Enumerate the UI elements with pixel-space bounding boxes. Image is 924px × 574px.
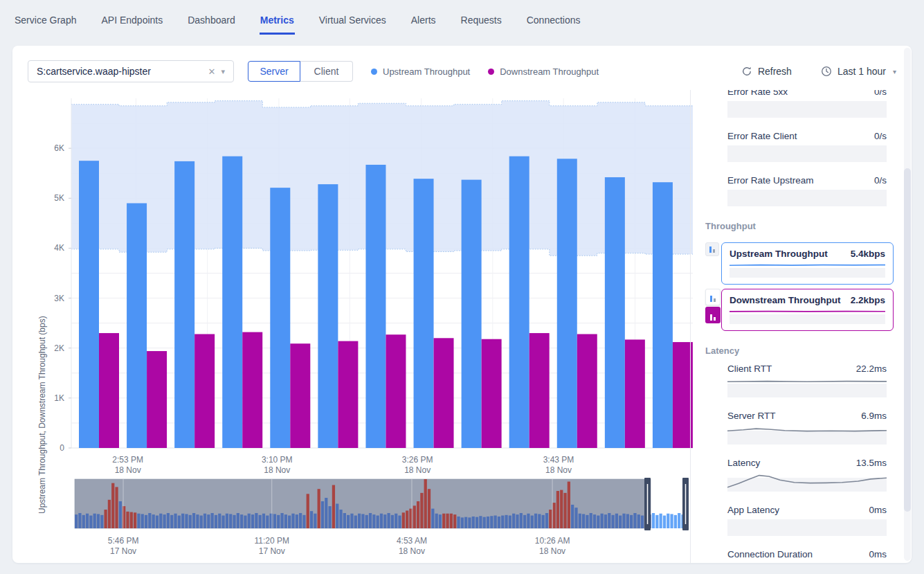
upstream-bar[interactable] — [127, 204, 147, 449]
metric-value: 0/s — [874, 175, 887, 186]
brush-handle-left[interactable] — [644, 478, 651, 530]
legend-dot-icon — [371, 69, 377, 75]
svg-text:17 Nov: 17 Nov — [110, 546, 136, 556]
card-value: 5.4kbps — [851, 249, 885, 259]
metric-row-header: Client RTT 22.2ms — [727, 364, 887, 374]
bar-chart-type-icon[interactable] — [705, 307, 721, 323]
upstream-bar[interactable] — [605, 177, 625, 448]
throughput-card-row: Downstream Throughput 2.2kbps — [705, 289, 894, 331]
bar-chart-type-icon[interactable] — [705, 242, 719, 256]
svg-text:18 Nov: 18 Nov — [115, 465, 141, 475]
metric-row-error-rate-client[interactable]: Error Rate Client 0/s — [727, 131, 887, 162]
metric-sparkline — [727, 145, 887, 162]
service-select-value: S:cartservice.waap-hipster — [37, 66, 203, 77]
downstream-bar[interactable] — [242, 332, 262, 448]
upstream-bar[interactable] — [222, 156, 242, 448]
svg-text:18 Nov: 18 Nov — [545, 465, 572, 475]
metric-row-header: Error Rate Client 0/s — [727, 131, 887, 141]
nav-tab-label: API Endpoints — [101, 15, 163, 26]
clear-icon[interactable]: ✕ — [208, 67, 216, 76]
downstream-bar[interactable] — [482, 339, 502, 448]
nav-tab-dashboard[interactable]: Dashboard — [187, 0, 236, 35]
svg-text:2:53 PM: 2:53 PM — [112, 455, 143, 465]
metric-row-latency[interactable]: Latency 13.5ms — [727, 458, 887, 492]
metric-row-error-rate-5xx[interactable]: Error Rate 5xx 0/s — [727, 90, 887, 118]
sidebar-scrollbar-thumb[interactable] — [904, 168, 911, 512]
downstream-bar[interactable] — [529, 333, 550, 448]
legend-item[interactable]: Upstream Throughput — [371, 66, 470, 77]
metric-row-server-rtt[interactable]: Server RTT 6.9ms — [727, 411, 887, 445]
svg-text:6K: 6K — [54, 143, 64, 153]
nav-tab-metrics[interactable]: Metrics — [260, 0, 295, 35]
upstream-bar[interactable] — [174, 161, 194, 448]
throughput-card-upstream[interactable]: Upstream Throughput 5.4kbps — [721, 242, 894, 285]
mode-toggle-server[interactable]: Server — [248, 61, 300, 82]
top-navigation: Service GraphAPI EndpointsDashboardMetri… — [0, 0, 924, 42]
nav-tab-label: Connections — [527, 15, 581, 26]
metric-row-error-rate-upstream[interactable]: Error Rate Upstream 0/s — [727, 175, 887, 206]
upstream-bar[interactable] — [79, 161, 99, 448]
downstream-bar[interactable] — [625, 339, 645, 448]
chart-type-icons — [705, 242, 719, 256]
timeline-brush-chart[interactable]: 5:46 PM17 Nov11:20 PM17 Nov4:53 AM18 Nov… — [33, 478, 694, 563]
chevron-down-icon[interactable]: ▾ — [221, 68, 225, 75]
upstream-bar[interactable] — [509, 156, 529, 448]
metric-row-connection-duration[interactable]: Connection Duration 0ms — [727, 549, 887, 563]
nav-tab-connections[interactable]: Connections — [526, 0, 581, 35]
brush-handle-right[interactable] — [682, 478, 689, 530]
svg-text:2K: 2K — [54, 343, 64, 353]
metric-row-header: Error Rate 5xx 0/s — [727, 90, 887, 97]
metric-row-header: Error Rate Upstream 0/s — [727, 175, 887, 186]
refresh-button[interactable]: Refresh — [741, 66, 792, 77]
upstream-bar[interactable] — [557, 159, 577, 448]
legend-label: Downstream Throughput — [500, 66, 599, 77]
metric-row-app-latency[interactable]: App Latency 0ms — [727, 505, 887, 536]
downstream-bar[interactable] — [577, 334, 597, 448]
upstream-bar[interactable] — [653, 182, 673, 448]
nav-tab-service-graph[interactable]: Service Graph — [14, 0, 77, 35]
metric-row-client-rtt[interactable]: Client RTT 22.2ms — [727, 364, 887, 397]
svg-text:3K: 3K — [54, 294, 64, 303]
svg-text:18 Nov: 18 Nov — [539, 546, 565, 556]
main-bar-chart[interactable]: 01K2K3K4K5K6K2:53 PM18 Nov3:10 PM18 Nov3… — [33, 93, 694, 478]
upstream-bar[interactable] — [365, 165, 386, 448]
nav-tab-label: Dashboard — [188, 15, 235, 26]
card-header: Downstream Throughput 2.2kbps — [730, 295, 885, 305]
downstream-bar[interactable] — [290, 343, 310, 448]
metric-row-header: App Latency 0ms — [727, 505, 887, 515]
nav-tab-label: Service Graph — [15, 15, 76, 26]
throughput-card-downstream[interactable]: Downstream Throughput 2.2kbps — [721, 289, 894, 331]
card-title: Upstream Throughput — [730, 249, 828, 259]
throughput-card-row: Upstream Throughput 5.4kbps — [705, 242, 894, 285]
service-select[interactable]: S:cartservice.waap-hipster ✕ ▾ — [28, 60, 234, 82]
svg-text:0: 0 — [60, 443, 64, 453]
clock-icon — [821, 66, 832, 77]
nav-tab-alerts[interactable]: Alerts — [410, 0, 437, 35]
downstream-bar[interactable] — [99, 333, 119, 448]
svg-text:11:20 PM: 11:20 PM — [254, 536, 289, 546]
downstream-bar[interactable] — [147, 351, 167, 448]
refresh-icon — [741, 66, 752, 77]
metric-value: 22.2ms — [856, 364, 887, 374]
downstream-bar[interactable] — [338, 341, 358, 448]
downstream-bar[interactable] — [386, 334, 406, 448]
downstream-bar[interactable] — [194, 334, 215, 448]
section-header-latency: Latency — [705, 346, 912, 356]
sidebar-scrollbar-track[interactable] — [904, 48, 911, 561]
upstream-bar[interactable] — [414, 179, 434, 448]
nav-tab-virtual-services[interactable]: Virtual Services — [318, 0, 387, 35]
upstream-bar[interactable] — [318, 184, 338, 448]
nav-tab-requests[interactable]: Requests — [460, 0, 502, 35]
nav-tab-api-endpoints[interactable]: API Endpoints — [100, 0, 163, 35]
mode-toggle-client[interactable]: Client — [300, 61, 353, 82]
upstream-bar[interactable] — [462, 180, 482, 448]
legend-item[interactable]: Downstream Throughput — [488, 66, 599, 77]
metric-value: 0ms — [869, 505, 887, 515]
chart-legend: Upstream Throughput Downstream Throughpu… — [371, 66, 599, 77]
downstream-bar[interactable] — [434, 338, 454, 448]
svg-text:3:10 PM: 3:10 PM — [262, 455, 293, 465]
bar-chart-type-icon[interactable] — [705, 289, 721, 305]
time-range-select[interactable]: Last 1 hour ▾ — [821, 66, 896, 77]
upstream-bar[interactable] — [270, 188, 290, 448]
sparkline-placeholder — [727, 190, 887, 206]
